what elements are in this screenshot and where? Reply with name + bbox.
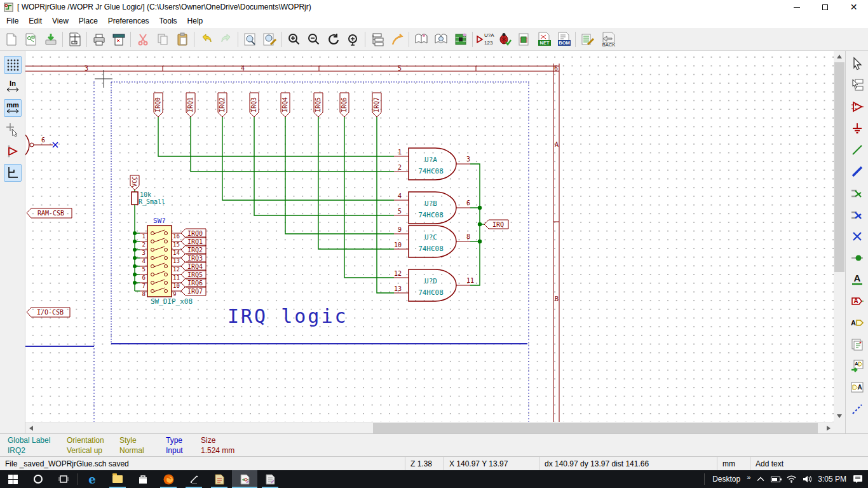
gate-u-d[interactable]: 12 13 11 U?D 74HC08 — [394, 269, 474, 301]
taskbar-pdf-doc-button[interactable] — [207, 470, 232, 488]
plot-button[interactable] — [109, 30, 128, 49]
scroll-up-arrow[interactable] — [834, 51, 845, 62]
output-bus-wire[interactable] — [470, 164, 484, 285]
menu-file[interactable]: File — [1, 15, 24, 27]
assign-footprints-button[interactable] — [514, 30, 534, 49]
irq-output-label[interactable]: IRQ — [484, 220, 508, 229]
taskbar-file-explorer-button[interactable] — [105, 470, 130, 488]
menu-help[interactable]: Help — [182, 15, 208, 27]
wire-to-bus-entry-button[interactable] — [848, 184, 866, 202]
io-csb-label[interactable]: I/O-CSB — [27, 308, 70, 317]
footprint-editor-button[interactable] — [451, 30, 470, 49]
schematic-canvas[interactable]: 3 4 5 6 A B — [25, 51, 834, 422]
dip-row-labels[interactable]: IRQ0 IRQ1 IRQ2 IRQ3 IRQ4 IRQ5 IRQ6 IRQ7 — [181, 229, 206, 295]
redraw-view-button[interactable] — [323, 30, 343, 49]
highlight-net-button[interactable] — [848, 76, 866, 94]
place-sheet-pin-button[interactable]: A — [848, 379, 866, 396]
wifi-icon[interactable] — [787, 475, 796, 483]
sheet-caption[interactable]: IRQ logic — [227, 305, 348, 327]
place-net-label-button[interactable]: A — [848, 271, 866, 288]
task-view-button[interactable] — [51, 470, 76, 488]
scroll-down-arrow[interactable] — [834, 410, 845, 422]
redo-button[interactable] — [216, 30, 236, 49]
action-center-icon[interactable] — [853, 475, 863, 484]
hidden-icons-chevron[interactable] — [757, 477, 764, 482]
bom-button[interactable]: BOM — [553, 30, 573, 49]
taskbar-store-button[interactable] — [130, 470, 156, 488]
gate-fragment[interactable]: 6 — [25, 132, 53, 158]
close-button[interactable]: ✕ — [839, 0, 868, 14]
clock[interactable]: 3:05 PM — [818, 475, 846, 484]
cortana-button[interactable] — [25, 470, 51, 488]
taskbar-app-pen-button[interactable] — [181, 470, 207, 488]
taskbar-app-doc2-button[interactable] — [257, 470, 283, 488]
undo-button[interactable] — [196, 30, 216, 49]
library-browser-button[interactable] — [431, 30, 451, 49]
horizontal-scroll-thumb[interactable] — [373, 423, 818, 433]
taskbar-edge-button[interactable]: e — [79, 470, 105, 488]
cut-button[interactable] — [133, 30, 153, 49]
paste-button[interactable] — [172, 30, 192, 49]
annotate-button[interactable]: U?A123 — [475, 30, 494, 49]
place-global-label-button[interactable]: A — [848, 292, 866, 310]
place-component-button[interactable] — [848, 98, 866, 116]
find-replace-button[interactable] — [260, 30, 280, 49]
import-sheet-pin-button[interactable]: A — [848, 357, 866, 375]
gate-u-b[interactable]: 4 5 6 U?B 74HC08 — [394, 192, 470, 224]
no-connect-button[interactable] — [848, 227, 866, 245]
place-graphic-line-button[interactable] — [848, 400, 866, 418]
maximize-button[interactable] — [811, 0, 839, 14]
netlist-button[interactable]: NET — [534, 30, 553, 49]
menu-view[interactable]: View — [47, 15, 74, 27]
vcc-symbol[interactable]: VCC — [130, 175, 139, 190]
find-button[interactable] — [240, 30, 260, 49]
pullup-resistor[interactable]: 10k R_Small — [132, 190, 165, 206]
zoom-in-button[interactable] — [284, 30, 304, 49]
place-hierarchical-sheet-button[interactable] — [848, 336, 866, 353]
scroll-left-arrow[interactable] — [25, 423, 36, 434]
units-mm-button[interactable]: mm — [4, 99, 22, 117]
cursor-shape-toggle-button[interactable] — [4, 121, 22, 139]
zoom-out-button[interactable] — [304, 30, 323, 49]
battery-icon[interactable] — [771, 477, 780, 482]
cursor-tool-button[interactable] — [848, 55, 866, 72]
page-settings-button[interactable] — [65, 30, 85, 49]
zoom-to-selection-button[interactable] — [343, 30, 363, 49]
taskbar-eeschema-button[interactable] — [232, 470, 257, 488]
new-schematic-button[interactable] — [1, 30, 21, 49]
menu-place[interactable]: Place — [74, 15, 103, 27]
bus-to-bus-entry-button[interactable] — [848, 206, 866, 224]
menu-preferences[interactable]: Preferences — [103, 15, 154, 27]
run-pcbnew-button[interactable] — [578, 30, 597, 49]
scroll-right-arrow[interactable] — [823, 423, 834, 434]
place-bus-button[interactable] — [848, 163, 866, 180]
gate-u-a[interactable]: 1 2 3 U?A 74HC08 — [394, 148, 470, 180]
place-power-port-button[interactable] — [848, 119, 866, 137]
horizontal-scrollbar[interactable] — [25, 422, 834, 433]
minimize-button[interactable] — [782, 0, 811, 14]
vertical-scroll-thumb[interactable] — [834, 62, 844, 272]
menu-edit[interactable]: Edit — [24, 15, 47, 27]
taskbar-firefox-button[interactable] — [156, 470, 181, 488]
no-connect-flag[interactable] — [53, 142, 58, 147]
hierarchy-navigator-button[interactable] — [367, 30, 387, 49]
ram-csb-label[interactable]: RAM-CSB — [27, 208, 72, 218]
open-schematic-button[interactable] — [21, 30, 41, 49]
library-editor-button[interactable] — [411, 30, 431, 49]
volume-icon[interactable] — [803, 475, 811, 483]
erc-button[interactable] — [494, 30, 514, 49]
place-hierarchical-label-button[interactable]: A — [848, 314, 866, 332]
menu-tools[interactable]: Tools — [154, 15, 182, 27]
leave-sheet-button[interactable] — [387, 30, 407, 49]
back-annotate-button[interactable]: BACK — [597, 30, 617, 49]
grid-toggle-button[interactable] — [4, 56, 22, 74]
toolbar-chevron[interactable]: » — [747, 473, 750, 481]
print-button[interactable] — [89, 30, 109, 49]
vertical-scrollbar[interactable] — [834, 51, 845, 422]
desktop-toolbar-label[interactable]: Desktop — [712, 475, 740, 484]
hv-orientation-toggle-button[interactable] — [4, 164, 22, 182]
units-inch-button[interactable]: In — [4, 78, 22, 95]
gate-u-c[interactable]: 9 10 8 U?C 74HC08 — [394, 226, 470, 257]
place-wire-button[interactable] — [848, 141, 866, 159]
copy-button[interactable] — [153, 30, 172, 49]
